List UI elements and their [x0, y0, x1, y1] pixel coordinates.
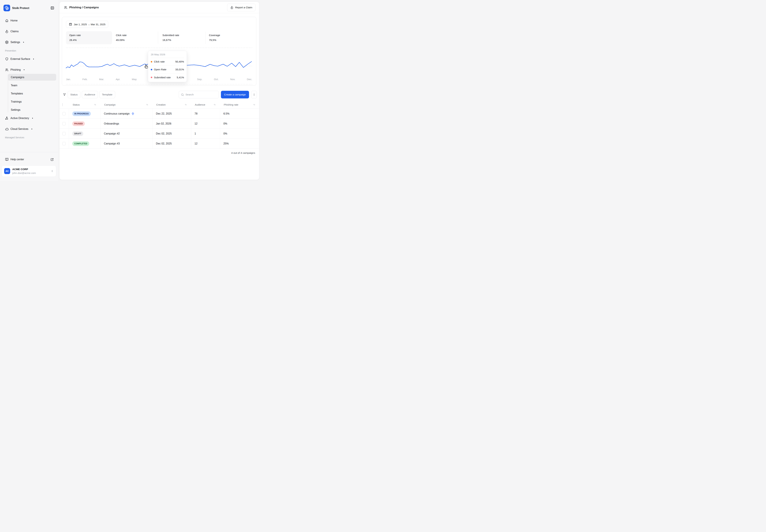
- audience-count: 78: [191, 109, 220, 119]
- table-row[interactable]: DRAFTCampaign #2Dec 02, 202510%: [60, 129, 259, 139]
- brand-name: Stoïk Protect: [12, 6, 29, 10]
- flame-icon: [230, 6, 234, 9]
- sidebar-item-label: Home: [10, 19, 18, 22]
- column-header-status: Status: [73, 103, 80, 106]
- sort-icon[interactable]: [94, 103, 96, 106]
- chevron-right-icon: [32, 58, 35, 60]
- status-badge: DRAFT: [72, 131, 83, 136]
- campaign-stats-panel: Jan 1, 2025 → Mar 31, 2025 Open rate 28.…: [62, 17, 256, 86]
- campaign-name[interactable]: Continuous campaign: [104, 112, 130, 115]
- filter-button-template[interactable]: Template: [99, 91, 115, 98]
- network-nodes-icon: [5, 116, 9, 120]
- tooltip-series-value: 33,01%: [175, 68, 184, 71]
- report-claim-button[interactable]: Report a Claim: [227, 4, 255, 11]
- sidebar-item-active-directory[interactable]: Active Directory: [0, 115, 58, 122]
- filter-button-status[interactable]: Status: [68, 91, 80, 98]
- x-axis-label: Mar.: [99, 78, 104, 81]
- chevron-down-icon: [23, 69, 25, 71]
- campaign-name[interactable]: Campaign #2: [104, 132, 120, 135]
- audience-count: 12: [191, 119, 220, 129]
- x-axis-label: Oct.: [214, 78, 219, 81]
- subnav-label: Settings: [11, 108, 20, 111]
- row-checkbox[interactable]: [62, 132, 66, 135]
- book-icon: [5, 158, 9, 161]
- campaign-name[interactable]: Onboardings: [104, 122, 119, 125]
- x-axis-label: Sep.: [197, 78, 202, 81]
- sidebar-item-label: Active Directory: [10, 117, 29, 120]
- column-header-creation: Creation: [156, 103, 166, 106]
- sidebar-item-home[interactable]: Home: [0, 17, 58, 24]
- sidebar-item-trainings[interactable]: Trainings: [8, 98, 56, 105]
- kebab-menu-button[interactable]: [251, 91, 257, 98]
- subnav-label: Campaigns: [11, 76, 24, 79]
- table-row-count: 4 out of 4 campaigns: [60, 149, 259, 154]
- search-box: [179, 91, 219, 98]
- x-axis-label: Nov.: [230, 78, 235, 81]
- filter-button-audience[interactable]: Audience: [82, 91, 98, 98]
- chart-tooltip: 28 May 2026 Click rate50,40%Open Rate33,…: [148, 51, 187, 82]
- home-icon: [5, 19, 9, 22]
- users-icon: [5, 68, 9, 72]
- tooltip-series-label: Open Rate: [154, 68, 166, 71]
- x-axis-label: Apr.: [116, 78, 120, 81]
- tooltip-row: Submitted rate5,41%: [151, 73, 184, 81]
- row-checkbox[interactable]: [62, 122, 66, 125]
- user-email: john.doe@acme.com: [12, 172, 36, 174]
- series-dot-icon: [151, 69, 152, 70]
- sidebar-item-phishing[interactable]: Phishing: [0, 66, 58, 73]
- status-badge: IN PROGRESS: [72, 111, 91, 116]
- org-switcher[interactable]: AC ACME CORP john.doe@acme.com: [2, 165, 56, 177]
- sort-icon[interactable]: [253, 103, 255, 106]
- sidebar-item-external-surface[interactable]: External Surface: [0, 55, 58, 63]
- search-icon: [181, 93, 184, 96]
- phishing-rate: 0%: [220, 129, 259, 138]
- sort-icon[interactable]: [146, 103, 148, 106]
- create-campaign-button[interactable]: Create a campaign: [221, 91, 249, 98]
- table-row[interactable]: IN PROGRESSContinuous campaignDec 22, 20…: [60, 109, 259, 119]
- flame-icon: [5, 30, 9, 33]
- search-input[interactable]: [186, 93, 217, 96]
- section-label-prevention: Prevention: [0, 49, 58, 52]
- help-center-label: Help center: [10, 158, 24, 161]
- sidebar-item-claims[interactable]: Claims: [0, 28, 58, 35]
- sidebar-item-templates[interactable]: Templates: [8, 90, 56, 97]
- creation-date: Dec 02, 2025: [152, 129, 191, 138]
- sidebar-item-settings[interactable]: Settings: [0, 39, 58, 46]
- status-badge: PAUSED: [72, 121, 85, 126]
- table-row[interactable]: PAUSEDOnboardingsJan 02, 2026120%: [60, 119, 259, 129]
- sort-icon[interactable]: [213, 103, 216, 106]
- creation-date: Dec 02, 2025: [152, 139, 191, 148]
- sidebar-item-phishing-settings[interactable]: Settings: [8, 106, 56, 113]
- main-panel: Phishing / Campaigns Report a Claim Jan …: [59, 2, 259, 180]
- help-center-link[interactable]: Help center: [0, 156, 58, 163]
- column-header-campaign: Campaign: [104, 103, 116, 106]
- series-dot-icon: [151, 61, 152, 63]
- sidebar-item-campaigns[interactable]: Campaigns: [8, 74, 56, 81]
- subnav-label: Team: [11, 84, 17, 87]
- external-link-icon[interactable]: [50, 158, 54, 161]
- campaign-name[interactable]: Campaign #3: [104, 142, 120, 145]
- sidebar-collapse-icon[interactable]: [50, 6, 54, 10]
- audience-count: 1: [191, 129, 220, 138]
- row-checkbox[interactable]: [62, 142, 66, 145]
- sidebar-item-cloud-services[interactable]: Cloud Services: [0, 125, 58, 133]
- column-header-phishing-rate: Phishing rate: [224, 103, 238, 106]
- status-badge: COMPLETED: [72, 141, 89, 146]
- select-all-checkbox[interactable]: [62, 103, 63, 106]
- sort-icon[interactable]: [185, 103, 187, 106]
- creation-date: Dec 22, 2025: [152, 109, 191, 119]
- sidebar-item-label: Phishing: [10, 68, 21, 71]
- sidebar-item-label: External Surface: [10, 58, 30, 61]
- org-avatar: AC: [4, 168, 10, 174]
- tooltip-rows: Click rate50,40%Open Rate33,01%Submitted…: [151, 58, 184, 81]
- table-body: IN PROGRESSContinuous campaignDec 22, 20…: [60, 109, 259, 149]
- cloud-icon: [5, 127, 9, 131]
- report-claim-label: Report a Claim: [235, 6, 252, 9]
- subnav-label: Templates: [11, 92, 23, 95]
- sidebar-item-team[interactable]: Team: [8, 82, 56, 89]
- row-checkbox[interactable]: [62, 112, 66, 115]
- chevron-right-icon: [22, 41, 25, 43]
- phishing-rate: 25%: [220, 139, 259, 148]
- table-row[interactable]: COMPLETEDCampaign #3Dec 02, 20251225%: [60, 139, 259, 149]
- sidebar: Stoïk Protect Home Claims: [0, 0, 58, 181]
